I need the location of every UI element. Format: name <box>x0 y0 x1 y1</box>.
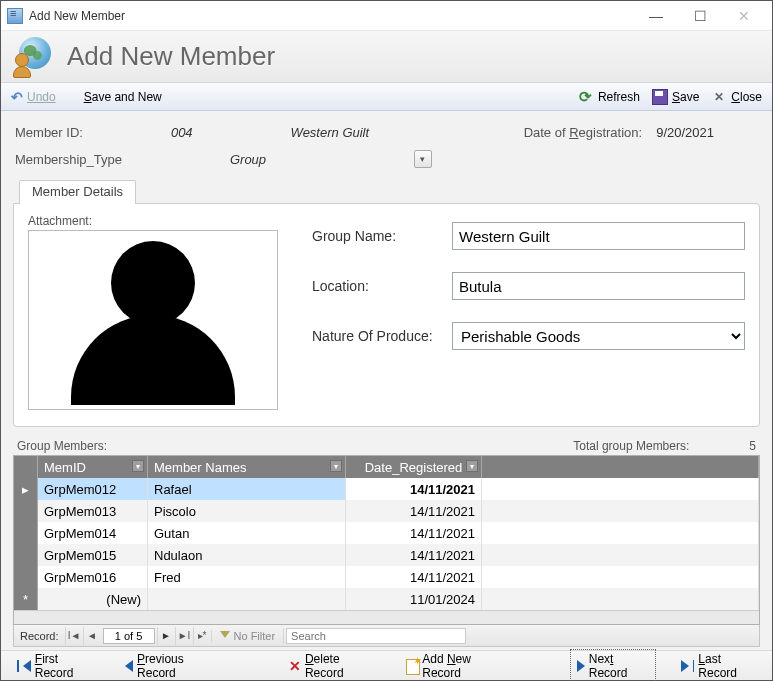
nav-first[interactable]: I◄ <box>65 627 83 645</box>
row-selector[interactable]: * <box>14 588 38 610</box>
previous-record-button[interactable]: Previous Record <box>119 650 223 682</box>
grid-cell[interactable]: 14/11/2021 <box>346 522 482 544</box>
table-row[interactable]: ▸GrpMem012Rafael14/11/2021 <box>14 478 759 500</box>
location-label: Location: <box>312 278 442 294</box>
group-members-label: Group Members: <box>17 439 107 453</box>
table-row[interactable]: GrpMem016Fred14/11/2021 <box>14 566 759 588</box>
next-record-button[interactable]: Next Record <box>571 650 655 682</box>
nav-last[interactable]: ►I <box>175 627 193 645</box>
column-memid[interactable]: MemID▾ <box>38 456 148 478</box>
refresh-button[interactable]: Refresh <box>578 89 640 105</box>
column-date-registered[interactable]: Date_Registered▾ <box>346 456 482 478</box>
grid-cell[interactable] <box>148 588 346 610</box>
header-fields: Member ID: 004 Western Guilt Date of Reg… <box>13 119 760 150</box>
table-row-new[interactable]: *(New)11/01/2024 <box>14 588 759 610</box>
grid-cell[interactable]: GrpMem015 <box>38 544 148 566</box>
grid-cell[interactable]: Piscolo <box>148 500 346 522</box>
filter-icon <box>220 631 230 641</box>
grid-select-all[interactable] <box>14 456 38 478</box>
table-row[interactable]: GrpMem013Piscolo14/11/2021 <box>14 500 759 522</box>
row-selector[interactable] <box>14 544 38 566</box>
group-name-input[interactable] <box>452 222 745 250</box>
titlebar: Add New Member — ☐ ✕ <box>1 1 772 31</box>
prev-icon <box>125 660 133 672</box>
grid-cell[interactable]: GrpMem014 <box>38 522 148 544</box>
member-name-value: Western Guilt <box>291 125 370 140</box>
undo-icon: ↶ <box>11 89 23 105</box>
toolbar: ↶ Undo Save and New Refresh Save Close <box>1 83 772 111</box>
no-filter[interactable]: No Filter <box>211 630 284 642</box>
grid-cell[interactable] <box>482 500 759 522</box>
grid-scrollbar[interactable] <box>14 610 759 624</box>
search-input[interactable] <box>286 628 466 644</box>
nav-prev[interactable]: ◄ <box>83 627 101 645</box>
app-window: Add New Member — ☐ ✕ Add New Member ↶ Un… <box>0 0 773 681</box>
grid-cell[interactable]: GrpMem013 <box>38 500 148 522</box>
record-navigator: Record: I◄ ◄ ► ►I ▸* No Filter <box>13 625 760 647</box>
close-button[interactable]: Close <box>711 89 762 105</box>
save-and-new-button[interactable]: Save and New <box>84 89 162 105</box>
grid-cell[interactable] <box>482 566 759 588</box>
grid-body: ▸GrpMem012Rafael14/11/2021GrpMem013Pisco… <box>14 478 759 610</box>
nav-new[interactable]: ▸* <box>193 627 211 645</box>
maximize-button[interactable]: ☐ <box>678 2 722 30</box>
grid-cell[interactable]: 14/11/2021 <box>346 566 482 588</box>
grid-cell[interactable]: Gutan <box>148 522 346 544</box>
close-window-button[interactable]: ✕ <box>722 2 766 30</box>
grid-cell[interactable] <box>482 588 759 610</box>
grid-cell[interactable] <box>482 522 759 544</box>
grid-cell[interactable]: 14/11/2021 <box>346 544 482 566</box>
tab-member-details[interactable]: Member Details <box>19 180 136 204</box>
grid-cell[interactable]: 11/01/2024 <box>346 588 482 610</box>
row-selector[interactable] <box>14 566 38 588</box>
tab-panel: Attachment: Group Name: Location: Na <box>13 203 760 427</box>
delete-record-button[interactable]: ✕ Delete Record <box>283 650 380 682</box>
tabstrip: Member Details <box>13 180 760 204</box>
grid-cell[interactable]: GrpMem016 <box>38 566 148 588</box>
add-new-record-button[interactable]: Add New Record <box>400 650 511 682</box>
membership-type-label: Membership_Type <box>15 152 122 167</box>
total-members-value: 5 <box>749 439 756 453</box>
grid-cell[interactable]: Fred <box>148 566 346 588</box>
grid-cell[interactable]: 14/11/2021 <box>346 500 482 522</box>
nature-select[interactable]: Perishable Goods <box>452 322 745 350</box>
first-record-button[interactable]: First Record <box>11 650 99 682</box>
table-row[interactable]: GrpMem015Ndulaon14/11/2021 <box>14 544 759 566</box>
grid-cell[interactable]: Rafael <box>148 478 346 500</box>
nav-next[interactable]: ► <box>157 627 175 645</box>
grid-cell[interactable] <box>482 544 759 566</box>
row-selector[interactable] <box>14 500 38 522</box>
nature-label: Nature Of Produce: <box>312 328 442 344</box>
row-selector[interactable] <box>14 522 38 544</box>
grid-cell[interactable]: 14/11/2021 <box>346 478 482 500</box>
group-name-label: Group Name: <box>312 228 442 244</box>
bottom-toolbar: First Record Previous Record ✕ Delete Re… <box>1 650 772 680</box>
chevron-down-icon[interactable]: ▾ <box>330 460 342 472</box>
row-selector[interactable]: ▸ <box>14 478 38 500</box>
save-button[interactable]: Save <box>652 89 699 105</box>
grid-cell[interactable] <box>482 478 759 500</box>
members-grid: MemID▾ Member Names▾ Date_Registered▾ ▸G… <box>13 455 760 625</box>
location-input[interactable] <box>452 272 745 300</box>
grid-cell[interactable]: GrpMem012 <box>38 478 148 500</box>
minimize-button[interactable]: — <box>634 2 678 30</box>
chevron-down-icon[interactable]: ▾ <box>132 460 144 472</box>
date-reg-label: Date of Registration: <box>524 125 643 140</box>
chevron-down-icon[interactable]: ▾ <box>466 460 478 472</box>
delete-icon: ✕ <box>289 658 301 674</box>
grid-cell[interactable]: (New) <box>38 588 148 610</box>
table-row[interactable]: GrpMem014Gutan14/11/2021 <box>14 522 759 544</box>
last-record-button[interactable]: Last Record <box>675 650 762 682</box>
undo-button[interactable]: ↶ Undo <box>11 89 56 105</box>
membership-type-dropdown[interactable]: ▾ <box>414 150 432 168</box>
save-icon <box>652 89 668 105</box>
record-position[interactable] <box>103 628 155 644</box>
grid-cell[interactable]: Ndulaon <box>148 544 346 566</box>
attachment-box[interactable] <box>28 230 278 410</box>
column-member-names[interactable]: Member Names▾ <box>148 456 346 478</box>
totals-row: Group Members: Total group Members: 5 <box>13 427 760 455</box>
next-icon <box>577 660 585 672</box>
first-icon <box>17 660 19 672</box>
membership-type-row: Membership_Type Group ▾ <box>13 150 760 180</box>
date-reg-value: 9/20/2021 <box>656 125 714 140</box>
